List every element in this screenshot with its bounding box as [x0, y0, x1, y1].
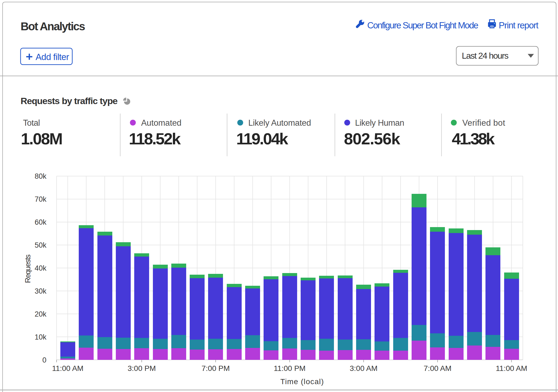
svg-text:802.56k: 802.56k	[344, 130, 401, 148]
svg-text:60k: 60k	[35, 218, 47, 226]
svg-text:3:00 PM: 3:00 PM	[127, 364, 156, 373]
svg-text:11:00 AM: 11:00 AM	[496, 364, 527, 373]
svg-text:Likely Human: Likely Human	[355, 118, 404, 128]
svg-text:41.38k: 41.38k	[452, 130, 495, 148]
svg-text:30k: 30k	[35, 287, 47, 295]
svg-text:Print report: Print report	[499, 20, 539, 30]
svg-text:118.52k: 118.52k	[129, 130, 181, 148]
svg-text:11:00 PM: 11:00 PM	[274, 364, 306, 373]
svg-text:3:00 AM: 3:00 AM	[350, 364, 378, 373]
svg-text:7:00 AM: 7:00 AM	[424, 364, 452, 373]
svg-text:40k: 40k	[35, 264, 47, 272]
svg-text:Verified bot: Verified bot	[462, 118, 505, 128]
svg-text:7:00 PM: 7:00 PM	[202, 364, 230, 373]
svg-text:Likely Automated: Likely Automated	[248, 118, 311, 128]
svg-text:Requests: Requests	[24, 254, 32, 283]
svg-text:Bot Analytics: Bot Analytics	[21, 20, 85, 33]
svg-text:Time (local): Time (local)	[280, 377, 324, 386]
svg-text:1.08M: 1.08M	[21, 130, 63, 148]
svg-text:Last 24 hours: Last 24 hours	[462, 51, 509, 61]
svg-text:11:00 AM: 11:00 AM	[52, 364, 83, 373]
svg-text:80k: 80k	[35, 172, 47, 180]
svg-text:20k: 20k	[35, 310, 47, 318]
svg-text:Automated: Automated	[141, 118, 182, 128]
svg-text:10k: 10k	[35, 333, 47, 341]
svg-text:Total: Total	[23, 118, 40, 128]
svg-text:50k: 50k	[35, 241, 47, 249]
svg-text:Configure Super Bot Fight Mode: Configure Super Bot Fight Mode	[367, 20, 478, 30]
svg-text:Requests by traffic type: Requests by traffic type	[21, 96, 118, 106]
svg-text:119.04k: 119.04k	[236, 130, 288, 148]
svg-text:Add filter: Add filter	[36, 52, 69, 62]
svg-text:0: 0	[42, 356, 46, 364]
svg-text:70k: 70k	[35, 195, 47, 203]
